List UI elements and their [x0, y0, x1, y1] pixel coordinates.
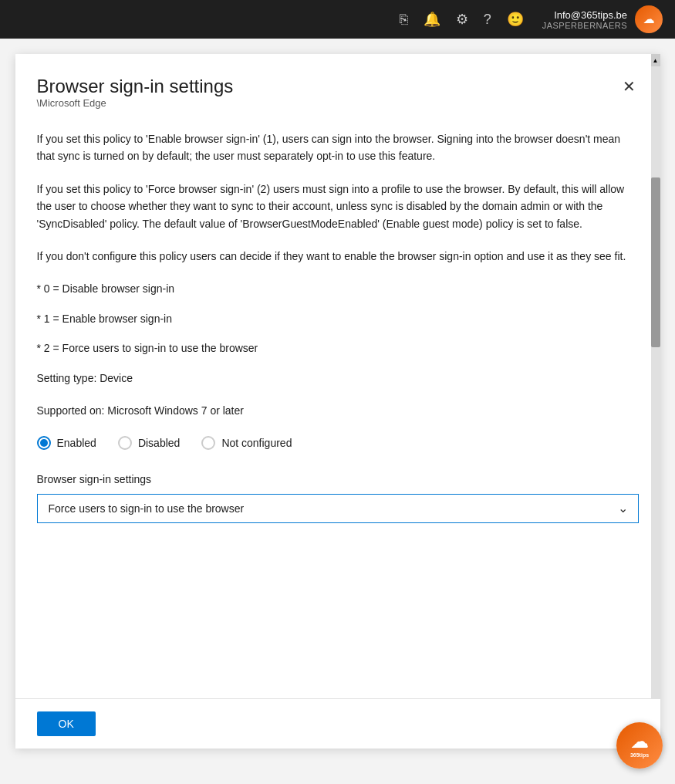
- topbar-user-name: JASPERBERNAERS: [542, 21, 627, 30]
- topbar: ⎘ 🔔 ⚙ ? 🙂 Info@365tips.be JASPERBERNAERS…: [0, 0, 675, 39]
- radio-disabled-input[interactable]: [118, 436, 132, 450]
- help-icon[interactable]: ?: [484, 12, 491, 28]
- dialog-body: If you set this policy to 'Enable browse…: [37, 130, 639, 523]
- scroll-up-arrow[interactable]: ▲: [651, 54, 660, 66]
- logo-badge: ☁ 365tips: [616, 722, 663, 769]
- supported-on: Supported on: Microsoft Windows 7 or lat…: [37, 402, 639, 419]
- dialog: ▲ ▼ Browser sign-in settings \Microsoft …: [15, 54, 660, 749]
- radio-disabled-label: Disabled: [138, 434, 180, 451]
- radio-enabled-label: Enabled: [57, 434, 96, 451]
- dialog-footer: OK: [15, 698, 660, 749]
- dialog-subtitle: \Microsoft Edge: [37, 97, 234, 109]
- topbar-user-email: Info@365tips.be: [542, 9, 627, 21]
- logo-text: 365tips: [630, 752, 649, 758]
- settings-section: Browser sign-in settings Disable browser…: [37, 471, 639, 523]
- gear-icon[interactable]: ⚙: [456, 11, 468, 28]
- scrollbar[interactable]: ▲ ▼: [651, 54, 660, 749]
- smiley-icon[interactable]: 🙂: [507, 11, 524, 28]
- radio-not-configured[interactable]: Not configured: [201, 434, 292, 451]
- dialog-header: Browser sign-in settings \Microsoft Edge…: [37, 76, 639, 127]
- dialog-title: Browser sign-in settings: [37, 76, 234, 97]
- ok-button[interactable]: OK: [37, 711, 96, 736]
- radio-not-configured-label: Not configured: [221, 434, 292, 451]
- paragraph-3: If you don't configure this policy users…: [37, 248, 639, 265]
- radio-disabled[interactable]: Disabled: [118, 434, 180, 451]
- bell-icon[interactable]: 🔔: [424, 11, 440, 28]
- topbar-icons: ⎘ 🔔 ⚙ ? 🙂: [400, 11, 524, 28]
- main-area: ▲ ▼ Browser sign-in settings \Microsoft …: [0, 39, 675, 784]
- avatar[interactable]: ☁: [635, 5, 663, 33]
- settings-dropdown-label: Browser sign-in settings: [37, 471, 639, 488]
- radio-group: Enabled Disabled Not configured: [37, 434, 639, 451]
- setting-type: Setting type: Device: [37, 370, 639, 387]
- topbar-user-info: Info@365tips.be JASPERBERNAERS: [542, 9, 627, 30]
- radio-not-configured-input[interactable]: [201, 436, 215, 450]
- logo-cloud-icon: ☁: [631, 734, 648, 751]
- paragraph-2: If you set this policy to 'Force browser…: [37, 181, 639, 232]
- tablet-icon[interactable]: ⎘: [400, 12, 408, 28]
- option-1: * 1 = Enable browser sign-in: [37, 310, 639, 327]
- scroll-thumb[interactable]: [651, 177, 660, 347]
- dialog-title-group: Browser sign-in settings \Microsoft Edge: [37, 76, 234, 127]
- radio-enabled[interactable]: Enabled: [37, 434, 96, 451]
- dropdown-wrapper: Disable browser sign-in Enable browser s…: [37, 494, 639, 523]
- option-2: * 2 = Force users to sign-in to use the …: [37, 340, 639, 357]
- option-0: * 0 = Disable browser sign-in: [37, 280, 639, 297]
- browser-signin-dropdown[interactable]: Disable browser sign-in Enable browser s…: [37, 494, 639, 523]
- close-button[interactable]: ✕: [619, 76, 639, 97]
- topbar-user: Info@365tips.be JASPERBERNAERS ☁: [542, 5, 663, 33]
- paragraph-1: If you set this policy to 'Enable browse…: [37, 130, 639, 165]
- radio-enabled-input[interactable]: [37, 436, 51, 450]
